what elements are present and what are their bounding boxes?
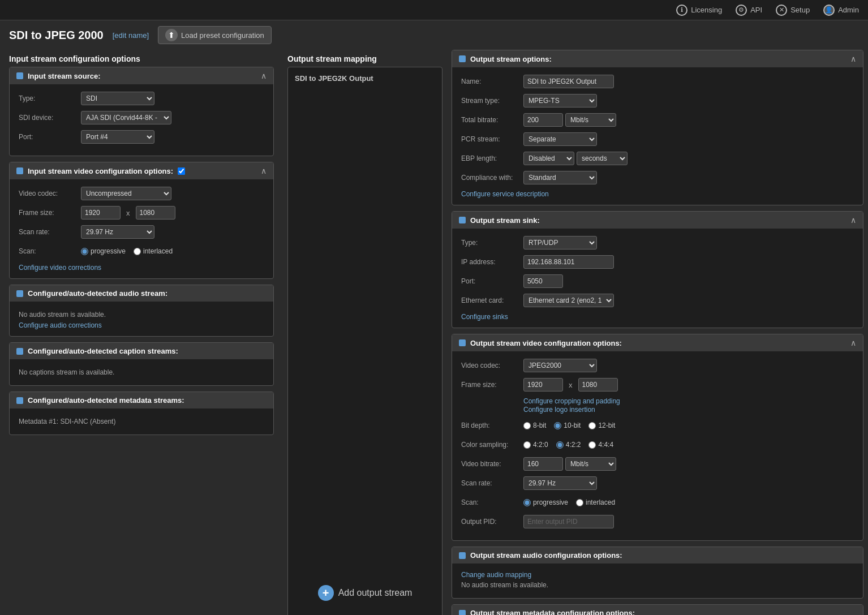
out-frame-width-input[interactable] (523, 378, 563, 392)
out-progressive-option[interactable]: progressive (523, 498, 568, 506)
output-sink-card: Output stream sink: ∧ Type: RTP/UDP IP a… (452, 211, 863, 328)
load-preset-button[interactable]: ⬆ Load preset configuration (158, 26, 272, 44)
scan-progressive-radio[interactable] (81, 248, 88, 255)
output-audio-title: Output stream audio configuration option… (470, 551, 622, 560)
scan-progressive-option[interactable]: progressive (81, 247, 126, 255)
output-sink-header[interactable]: Output stream sink: ∧ (452, 212, 863, 229)
caption-header[interactable]: Configured/auto-detected caption streams… (10, 343, 273, 359)
out-frame-height-input[interactable] (578, 378, 618, 392)
compliance-select[interactable]: Standard (523, 171, 597, 184)
configure-logo-link[interactable]: Configure logo insertion (523, 406, 595, 414)
cs-444-option[interactable]: 4:4:4 (588, 441, 613, 449)
output-sink-chevron: ∧ (850, 216, 856, 225)
type-row: Type: SDI (19, 91, 264, 106)
input-video-card: Input stream video configuration options… (9, 162, 274, 279)
compliance-label: Compliance with: (461, 174, 523, 182)
video-bitrate-input[interactable] (523, 457, 563, 471)
change-audio-link[interactable]: Change audio mapping (461, 571, 531, 579)
configure-video-link[interactable]: Configure video corrections (19, 264, 101, 272)
pcr-stream-select[interactable]: Separate (523, 132, 597, 146)
x-sep: x (126, 209, 130, 217)
stream-type-select[interactable]: MPEG-TS (523, 94, 597, 107)
cs-444-radio[interactable] (588, 441, 596, 449)
frame-width-input[interactable] (81, 206, 121, 220)
video-bitrate-row: Video bitrate: Mbit/s (461, 457, 854, 471)
nav-api[interactable]: ⚙ API (736, 5, 762, 16)
input-source-header[interactable]: Input stream source: ∧ (10, 67, 273, 84)
ebp-unit-select[interactable]: seconds (577, 152, 628, 165)
output-video-header[interactable]: Output stream video configuration option… (452, 334, 863, 351)
add-output-button[interactable]: + Add output stream (295, 576, 435, 610)
cs-420-option[interactable]: 4:2:0 (523, 441, 548, 449)
metadata-header[interactable]: Configured/auto-detected metadata stream… (10, 392, 273, 408)
output-audio-card: Output stream audio configuration option… (452, 547, 863, 599)
cs-420-radio[interactable] (523, 441, 531, 449)
total-bitrate-input[interactable] (523, 113, 563, 127)
input-video-chevron: ∧ (261, 166, 267, 175)
out-progressive-radio[interactable] (523, 499, 531, 506)
configure-service-link[interactable]: Configure service description (461, 190, 549, 198)
bit-12-option[interactable]: 12-bit (588, 422, 615, 429)
bit-8-option[interactable]: 8-bit (523, 422, 546, 429)
out-scan-rate-row: Scan rate: 29.97 Hz (461, 476, 854, 491)
configure-crop-link[interactable]: Configure cropping and padding (523, 397, 620, 405)
codec-label: Video codec: (19, 190, 81, 197)
nav-setup[interactable]: ✕ Setup (776, 5, 810, 16)
codec-select[interactable]: Uncompressed (81, 187, 171, 200)
scan-interlaced-option[interactable]: interlaced (134, 247, 173, 255)
ethernet-row: Ethernet card: Ethernet card 2 (eno2, 10 (461, 293, 854, 308)
port-sink-input[interactable] (523, 274, 563, 288)
video-bitrate-unit-select[interactable]: Mbit/s (565, 457, 616, 471)
out-scan-rate-select[interactable]: 29.97 Hz (523, 476, 597, 490)
edit-name-link[interactable]: [edit name] (113, 31, 149, 40)
color-sampling-row: Color sampling: 4:2:0 4:2:2 4:4:4 (461, 437, 854, 452)
ip-label: IP address: (461, 258, 523, 266)
bit-10-option[interactable]: 10-bit (554, 422, 581, 429)
out-interlaced-radio[interactable] (576, 499, 583, 506)
nav-admin[interactable]: 👤 Admin (823, 5, 859, 16)
scan-rate-label: Scan rate: (19, 228, 81, 236)
sdi-device-select[interactable]: AJA SDI (Corvid44-8K - 1 (81, 111, 171, 124)
out-scan-row: Scan: progressive interlaced (461, 495, 854, 510)
type-select[interactable]: SDI (81, 92, 154, 105)
out-interlaced-option[interactable]: interlaced (576, 498, 615, 506)
ethernet-select[interactable]: Ethernet card 2 (eno2, 10 (523, 294, 614, 307)
middle-title: Output stream mapping (287, 50, 442, 67)
scan-rate-select[interactable]: 29.97 Hz (81, 225, 154, 239)
cs-422-option[interactable]: 4:2:2 (556, 441, 581, 449)
bit-12-radio[interactable] (588, 422, 596, 429)
add-output-label: Add output stream (338, 588, 412, 598)
configure-audio-link[interactable]: Configure audio corrections (19, 321, 102, 329)
input-video-checkbox[interactable] (178, 167, 185, 175)
sink-type-select[interactable]: RTP/UDP (523, 236, 597, 250)
out-codec-select[interactable]: JPEG2000 (523, 359, 597, 372)
bit-8-radio[interactable] (523, 422, 531, 429)
frame-height-input[interactable] (136, 206, 175, 220)
cs-422-label: 4:2:2 (566, 441, 581, 449)
cs-422-radio[interactable] (556, 441, 564, 449)
output-video-title: Output stream video configuration option… (470, 339, 622, 347)
output-pid-input[interactable] (523, 515, 614, 528)
metadata-indicator (16, 397, 23, 404)
scan-interlaced-radio[interactable] (134, 248, 141, 255)
sdi-device-label: SDI device: (19, 114, 81, 122)
output-metadata-header[interactable]: Output stream metadata configuration opt… (452, 605, 863, 615)
port-sink-label: Port: (461, 277, 523, 285)
input-source-chevron: ∧ (261, 71, 267, 80)
configure-sinks-link[interactable]: Configure sinks (461, 313, 508, 321)
bit-10-radio[interactable] (554, 422, 561, 429)
stream-type-label: Stream type: (461, 97, 523, 105)
output-name-input[interactable] (523, 75, 614, 88)
input-video-header[interactable]: Input stream video configuration options… (10, 162, 273, 179)
scan-rate-row: Scan rate: 29.97 Hz (19, 225, 264, 239)
output-video-body: Video codec: JPEG2000 Frame size: x (452, 351, 863, 540)
ip-input[interactable] (523, 255, 614, 269)
port-select[interactable]: Port #4 (81, 130, 154, 144)
output-options-header[interactable]: Output stream options: ∧ (452, 50, 863, 67)
out-scan-label: Scan: (461, 498, 523, 506)
nav-licensing[interactable]: ℹ Licensing (676, 5, 722, 16)
output-audio-header[interactable]: Output stream audio configuration option… (452, 547, 863, 564)
total-bitrate-unit-select[interactable]: Mbit/s (565, 113, 616, 127)
ebp-length-select[interactable]: Disabled (523, 152, 574, 165)
audio-header[interactable]: Configured/auto-detected audio stream: (10, 285, 273, 302)
